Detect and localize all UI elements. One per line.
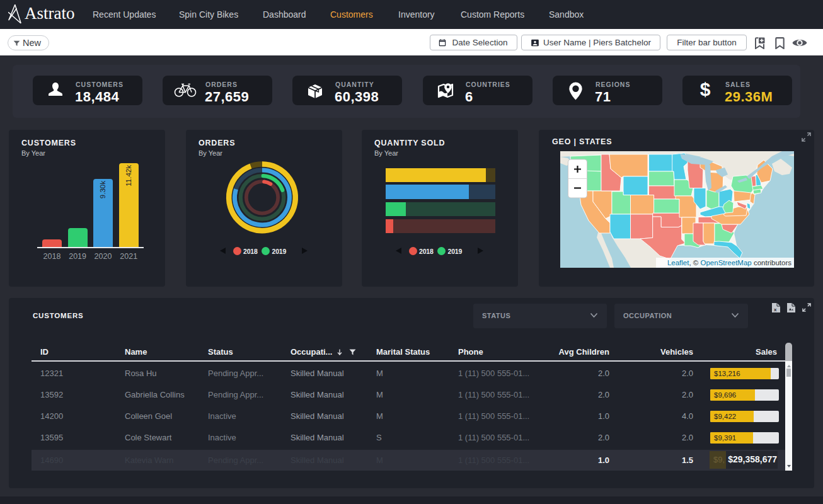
svg-text:x: x: [774, 307, 777, 312]
svg-text:Leaflet, © OpenStreetMap contr: Leaflet, © OpenStreetMap contributors: [667, 259, 791, 266]
